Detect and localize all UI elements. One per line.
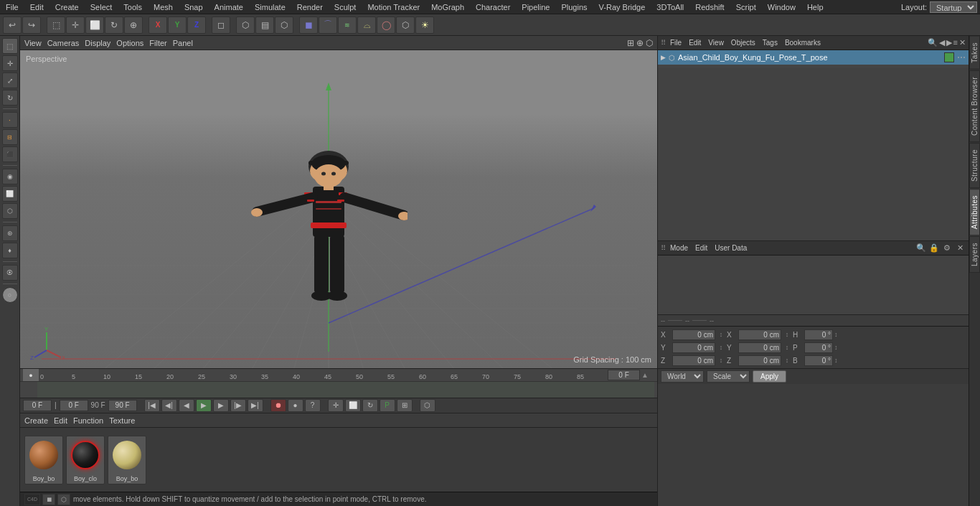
material-lt-button[interactable]: ○ xyxy=(2,287,18,303)
tl-prev-key-button[interactable]: ◀ xyxy=(179,399,194,412)
tl-play-button[interactable]: ▶ xyxy=(196,399,212,412)
tab-content-browser[interactable]: Content Browser xyxy=(969,70,980,142)
status-icon-warn[interactable]: ⬡ xyxy=(57,494,70,505)
menu-window[interactable]: Window xyxy=(762,1,801,13)
viewport-canvas[interactable]: Perspective Grid Spacing : 100 cm Y X Z xyxy=(20,50,657,368)
material-swatch-1[interactable]: Boy_clo xyxy=(66,436,105,484)
world-select[interactable]: World xyxy=(661,370,704,383)
tl-start-frame-input[interactable] xyxy=(23,400,52,411)
tl-mode3-button[interactable]: ↻ xyxy=(362,399,378,412)
vp-filter-menu[interactable]: Filter xyxy=(149,39,166,47)
rotate-lt-button[interactable]: ↻ xyxy=(2,90,18,106)
tl-end-frame-input[interactable] xyxy=(108,400,137,411)
light-button[interactable]: ☀ xyxy=(415,17,434,34)
vp-view-menu[interactable]: View xyxy=(24,39,42,47)
om-right-icon[interactable]: ▶ xyxy=(946,38,952,47)
coord-y-size-input[interactable] xyxy=(738,342,781,353)
tab-structure[interactable]: Structure xyxy=(969,143,980,188)
brush-lt-button[interactable]: ⦿ xyxy=(2,265,18,281)
tab-takes[interactable]: Takes xyxy=(969,36,980,70)
tl-mode4-button[interactable]: P xyxy=(380,399,395,412)
menu-edit[interactable]: Edit xyxy=(24,1,50,13)
select-tool-button[interactable]: ⬚ xyxy=(47,17,65,34)
menu-sculpt[interactable]: Sculpt xyxy=(329,1,362,13)
menu-help[interactable]: Help xyxy=(801,1,829,13)
coord-p-spin[interactable]: ↕ xyxy=(834,344,838,351)
tab-layers[interactable]: Layers xyxy=(969,236,980,273)
camera-button[interactable]: ⬡ xyxy=(396,17,415,34)
mat-create-menu[interactable]: Create xyxy=(24,416,48,425)
scale-lt-button[interactable]: ⤢ xyxy=(2,72,18,88)
om-menu-icon[interactable]: ≡ xyxy=(953,38,958,47)
coord-z-arrow[interactable]: ↕ xyxy=(717,357,725,364)
object-button[interactable]: ◻ xyxy=(212,17,230,34)
vp-display-menu[interactable]: Display xyxy=(85,39,110,47)
edges-lt-button[interactable]: ⊟ xyxy=(2,129,18,145)
menu-mograph[interactable]: MoGraph xyxy=(425,1,470,13)
scene-button[interactable]: ◯ xyxy=(377,17,395,34)
menu-character[interactable]: Character xyxy=(470,1,516,13)
coord-z2-arrow[interactable]: ↕ xyxy=(783,357,791,364)
om-edit-menu[interactable]: Edit xyxy=(686,39,704,47)
tl-mode1-button[interactable]: ✛ xyxy=(328,399,344,412)
model-lt-button[interactable]: ◉ xyxy=(2,169,18,184)
scale-tool-button[interactable]: ⬜ xyxy=(85,17,104,34)
mat-edit-menu[interactable]: Edit xyxy=(54,416,67,425)
object-row[interactable]: ▶ ⬡ Asian_Child_Boy_Kung_Fu_Pose_T_pose … xyxy=(658,50,969,65)
undo-button[interactable]: ↩ xyxy=(3,17,22,34)
vp-icon-1[interactable]: ⊞ xyxy=(627,38,634,48)
tl-record-button[interactable]: ⏺ xyxy=(270,399,286,412)
coord-x-pos-input[interactable] xyxy=(672,329,715,340)
attr-userdata-menu[interactable]: User Data xyxy=(712,244,750,252)
om-view-menu[interactable]: View xyxy=(705,39,727,47)
attr-lock-icon[interactable]: 🔒 xyxy=(928,243,940,253)
material-swatch-0[interactable]: Boy_bo xyxy=(24,436,63,484)
menu-motion-tracker[interactable]: Motion Tracker xyxy=(362,1,425,13)
polygons-lt-button[interactable]: ⬛ xyxy=(2,146,18,162)
menu-select[interactable]: Select xyxy=(85,1,118,13)
tl-prev-frame-input[interactable] xyxy=(60,400,88,411)
vp-options-menu[interactable]: Options xyxy=(116,39,143,47)
nurbs-button[interactable]: ≋ xyxy=(338,17,357,34)
menu-vray[interactable]: V-Ray Bridge xyxy=(593,1,651,13)
om-search-icon[interactable]: 🔍 xyxy=(928,38,938,47)
menu-tools[interactable]: Tools xyxy=(118,1,148,13)
vp-icon-2[interactable]: ⊕ xyxy=(636,38,644,48)
sculpt-lt-button[interactable]: ♦ xyxy=(2,243,18,258)
cube-primitive-button[interactable]: ◼ xyxy=(299,17,318,34)
tl-frame-up[interactable]: ▲ xyxy=(641,371,649,379)
obj-dot-1[interactable]: ⋯ xyxy=(957,52,966,62)
vp-panel-menu[interactable]: Panel xyxy=(173,39,193,47)
menu-redshift[interactable]: Redshift xyxy=(689,1,730,13)
om-tags-menu[interactable]: Tags xyxy=(760,39,781,47)
menu-snap[interactable]: Snap xyxy=(179,1,209,13)
timeline-ruler[interactable]: ● 0 5 10 15 20 25 30 35 40 45 xyxy=(20,369,657,382)
coord-x2-arrow[interactable]: ↕ xyxy=(783,331,791,338)
points-lt-button[interactable]: · xyxy=(2,112,18,128)
timeline-button[interactable]: ▤ xyxy=(255,17,274,34)
tl-next-frame-button[interactable]: |▶ xyxy=(230,399,246,412)
menu-pipeline[interactable]: Pipeline xyxy=(516,1,555,13)
tl-help-button[interactable]: ? xyxy=(305,399,321,412)
select-lt-button[interactable]: ⬚ xyxy=(2,38,18,54)
coord-x-size-input[interactable] xyxy=(738,329,781,340)
attr-settings-icon[interactable]: ⚙ xyxy=(941,243,953,253)
tl-current-frame-input[interactable]: 0 F xyxy=(608,370,640,380)
tl-go-start-button[interactable]: |◀ xyxy=(144,399,160,412)
vp-cameras-menu[interactable]: Cameras xyxy=(47,39,80,47)
coord-p-angle-input[interactable] xyxy=(804,342,833,353)
menu-file[interactable]: File xyxy=(0,1,24,13)
timeline-content[interactable] xyxy=(20,382,657,398)
om-file-menu[interactable]: File xyxy=(667,39,684,47)
coord-z-pos-input[interactable] xyxy=(672,355,715,366)
record-button[interactable]: ⬡ xyxy=(275,17,293,34)
tl-prev-frame-button[interactable]: ◀| xyxy=(161,399,177,412)
transform-tool-button[interactable]: ⊕ xyxy=(124,17,143,34)
texture-lt-button[interactable]: ⬜ xyxy=(2,186,18,202)
coord-y-pos-input[interactable] xyxy=(672,342,715,353)
attr-edit-menu[interactable]: Edit xyxy=(692,244,710,252)
menu-plugins[interactable]: Plugins xyxy=(555,1,593,13)
workplane-lt-button[interactable]: ⬡ xyxy=(2,203,18,219)
tl-mode5-button[interactable]: ⊞ xyxy=(397,399,413,412)
om-objects-menu[interactable]: Objects xyxy=(728,39,758,47)
